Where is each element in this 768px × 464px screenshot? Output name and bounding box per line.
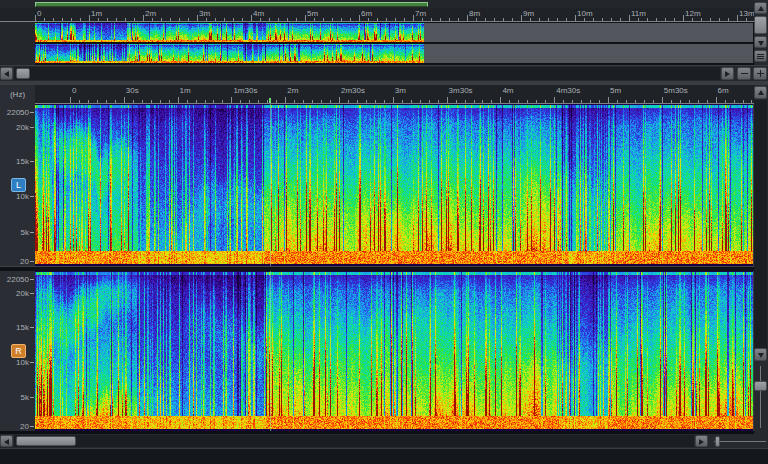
ruler-tick [321, 100, 322, 103]
ruler-label: 4m [253, 9, 264, 18]
file-extent-range-bar[interactable] [35, 2, 428, 7]
ruler-tick [323, 18, 324, 21]
right-channel-badge[interactable]: R [11, 344, 26, 358]
main-hscrollbar [0, 434, 768, 448]
overview-body [0, 22, 754, 65]
main-scroll-right-button[interactable] [695, 435, 708, 447]
main-hscroll-track[interactable] [14, 435, 694, 447]
overview-scroll-up-button[interactable] [754, 2, 767, 14]
arrow-down-icon [758, 41, 764, 46]
ruler-tick [285, 97, 286, 103]
horizontal-zoom-slider-thumb[interactable] [715, 436, 720, 447]
overview-spectrogram-right[interactable] [35, 44, 753, 63]
ruler-tick [35, 15, 36, 21]
overview-hscroll-track[interactable] [14, 67, 720, 80]
frequency-tick-label: 15k [0, 323, 29, 332]
left-channel-badge[interactable]: L [11, 178, 26, 192]
ruler-label: 0 [72, 86, 76, 95]
ruler-tick [357, 100, 358, 103]
vertical-zoom-slider-track[interactable] [760, 366, 761, 428]
frequency-tick-label: 5k [0, 393, 29, 402]
ruler-tick [512, 18, 513, 21]
main-hscroll-thumb[interactable] [16, 436, 76, 446]
ruler-tick [143, 15, 144, 21]
ruler-tick [98, 18, 99, 21]
ruler-tick [635, 100, 636, 103]
ruler-tick [701, 18, 702, 21]
frequency-tick-mark [30, 127, 34, 128]
overview-scroll-down-button[interactable] [754, 36, 767, 48]
ruler-tick [527, 100, 528, 103]
ruler-tick [509, 100, 510, 103]
ruler-tick [500, 97, 501, 103]
frequency-tick-mark [30, 232, 34, 233]
overview-scroll-left-button[interactable] [0, 67, 13, 80]
ruler-tick [656, 18, 657, 21]
ruler-tick [368, 18, 369, 21]
ruler-tick [638, 18, 639, 21]
main-scroll-down-button[interactable] [754, 348, 767, 361]
ruler-tick [620, 18, 621, 21]
ruler-tick [599, 100, 600, 103]
spectrogram-left-channel[interactable] [35, 104, 753, 266]
ruler-label: 3m [199, 9, 210, 18]
ruler-tick [429, 100, 430, 103]
status-bar: [ 16Bit 44100Hz STEREO ][ 9m02s573.33ms … [0, 449, 768, 464]
overview-zoom-out-button[interactable] [737, 67, 751, 80]
overview-scroll-right-button[interactable] [721, 67, 734, 80]
ruler-tick [521, 15, 522, 21]
ruler-tick [151, 100, 152, 103]
overview-hscroll-thumb[interactable] [16, 68, 30, 79]
ruler-tick [205, 100, 206, 103]
ruler-tick [447, 97, 448, 103]
ruler-tick [242, 18, 243, 21]
ruler-tick [386, 18, 387, 21]
overview-spectrogram-left[interactable] [35, 23, 753, 42]
overview-zoom-in-button[interactable] [753, 67, 767, 80]
frequency-tick-mark [30, 196, 34, 197]
ruler-tick [124, 97, 125, 103]
ruler-tick [611, 18, 612, 21]
ruler-label: 1m30s [233, 86, 257, 95]
ruler-label: 9m [523, 9, 534, 18]
ruler-tick [152, 18, 153, 21]
ruler-tick [422, 18, 423, 21]
arrow-left-icon [4, 439, 9, 445]
spectrogram-right-channel[interactable] [35, 271, 753, 431]
frequency-tick-mark [30, 397, 34, 398]
ruler-tick [332, 18, 333, 21]
main-scroll-up-button[interactable] [754, 86, 767, 99]
ruler-tick [719, 18, 720, 21]
ruler-tick [402, 100, 403, 103]
ruler-label: 5m [307, 9, 318, 18]
main-vscroll-track[interactable] [754, 100, 767, 348]
ruler-tick [348, 100, 349, 103]
frequency-tick-label: 10k [0, 192, 29, 201]
main-scroll-left-button[interactable] [0, 435, 13, 447]
overview-left-gutter [0, 22, 35, 65]
ruler-tick [692, 18, 693, 21]
ruler-tick [79, 100, 80, 103]
ruler-label: 10m [577, 9, 593, 18]
ruler-tick [674, 18, 675, 21]
ruler-tick [593, 18, 594, 21]
ruler-tick [213, 100, 214, 103]
plus-icon [757, 70, 764, 77]
overview-pane-grip-button[interactable] [754, 50, 767, 62]
ruler-tick [107, 18, 108, 21]
ruler-tick [626, 100, 627, 103]
overview-time-ruler[interactable]: 01m2m3m4m5m6m7m8m9m10m11m12m13m [0, 8, 754, 22]
main-time-ruler[interactable]: 030s1m1m30s2m2m30s3m3m30s4m4m30s5m5m30s6… [35, 85, 754, 104]
ruler-tick [737, 15, 738, 21]
ruler-tick [106, 100, 107, 103]
ruler-tick [563, 100, 564, 103]
ruler-tick [278, 18, 279, 21]
ruler-tick [438, 100, 439, 103]
ruler-label: 2m [287, 86, 298, 95]
ruler-tick [287, 18, 288, 21]
overview-vscroll-thumb[interactable] [754, 16, 767, 34]
vertical-zoom-slider-thumb[interactable] [754, 381, 767, 391]
ruler-tick [115, 100, 116, 103]
ruler-tick [116, 18, 117, 21]
horizontal-zoom-slider-track[interactable] [714, 441, 766, 442]
